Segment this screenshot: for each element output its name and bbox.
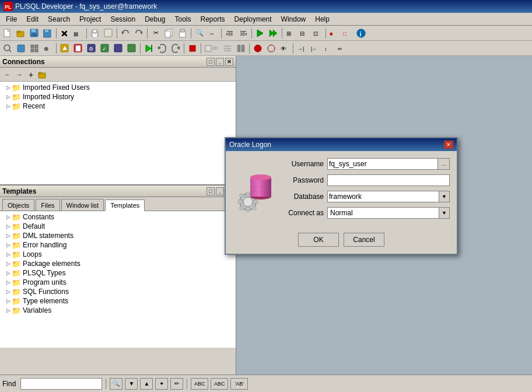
tb-undo[interactable] [119,27,132,40]
tree-toggle-3[interactable]: ▷ [5,103,12,109]
tb2-extra1[interactable]: →| [295,42,308,55]
tree-toggle-c7[interactable]: ▷ [5,270,12,276]
find-clear-btn[interactable]: ✏ [170,378,183,390]
tab-windowlist[interactable]: Window list [61,199,104,211]
tb-paste[interactable] [176,27,189,40]
tree-item-recent[interactable]: ▷ 📁 Recent [0,102,236,111]
tree-package[interactable]: ▷ 📁 Package elements [0,259,236,268]
username-input[interactable] [327,158,438,170]
tree-error[interactable]: ▷ 📁 Error handling [0,240,236,250]
tb2-btn3[interactable]: ⊕ [41,42,54,55]
find-search-btn[interactable]: 🔍 [110,378,123,390]
templates-restore[interactable]: □ [206,187,215,195]
tree-toggle-c10[interactable]: ▷ [5,298,12,304]
tree-toggle-c8[interactable]: ▷ [5,279,12,285]
conn-forward[interactable]: → [14,69,24,80]
menu-file[interactable]: File [1,14,22,24]
tree-loops[interactable]: ▷ 📁 Loops [0,250,236,259]
tree-variables[interactable]: ▷ 📁 Variables [0,306,236,315]
menu-tools[interactable]: Tools [170,14,196,24]
tb-info[interactable]: i [355,27,368,40]
database-input[interactable] [327,191,439,202]
tb2-btn7[interactable]: ✓ [99,42,111,55]
connections-minimize[interactable]: _ [216,58,224,66]
tab-templates[interactable]: Templates [105,200,145,211]
menu-deployment[interactable]: Deployment [230,14,276,24]
tb-new[interactable] [1,27,14,40]
tree-toggle-2[interactable]: ▷ [5,94,12,100]
find-abc2-btn[interactable]: ABC [211,378,228,390]
tb-compile[interactable] [254,27,267,40]
tb-close-all[interactable]: ⊠ [72,27,85,40]
tb2-btn5[interactable] [72,42,85,55]
tb2-search-obj[interactable] [1,42,14,55]
tb2-btn4[interactable] [58,42,71,55]
tb-compile-all[interactable] [267,27,280,40]
conn-new[interactable]: + [26,69,36,80]
tree-dml[interactable]: ▷ 📁 DML statements [0,231,236,240]
password-input[interactable] [327,174,450,186]
tb2-view1[interactable] [203,42,220,55]
tb-close[interactable]: 🗙 [58,27,71,40]
tree-default[interactable]: ▷ 📁 Default [0,222,236,231]
menu-reports[interactable]: Reports [196,14,230,24]
tree-toggle-c1[interactable]: ▷ [5,214,12,220]
tb-db-extra1[interactable]: ■ [328,27,341,40]
tb2-view2[interactable] [221,42,234,55]
tb-db-extra2[interactable]: □ [341,27,354,40]
tb-extra1[interactable]: ⊞ [284,27,297,40]
tb-replace[interactable]: ↔ [206,27,219,40]
tree-plsql-types[interactable]: ▷ 📁 PLSQL Types [0,268,236,278]
conn-folder[interactable] [37,69,48,80]
username-browse-btn[interactable]: … [438,158,450,170]
tb-extra2[interactable]: ⊟ [298,27,310,40]
dialog-ok-button[interactable]: OK [298,233,339,247]
connect-as-arrow[interactable]: ▼ [439,207,450,219]
tab-files[interactable]: Files [36,199,60,211]
connections-restore[interactable]: □ [206,58,215,66]
tb2-extra4[interactable]: ✏ [335,42,348,55]
find-quote-btn[interactable]: 'AB' [230,378,248,390]
dialog-close-button[interactable]: ✕ [444,141,453,149]
tree-toggle-c4[interactable]: ▷ [5,242,12,248]
tree-constants[interactable]: ▷ 📁 Constants [0,212,236,222]
find-input[interactable] [20,378,102,390]
tree-toggle-c3[interactable]: ▷ [5,233,12,239]
dialog-cancel-button[interactable]: Cancel [344,233,384,247]
connections-close[interactable]: ✕ [225,58,233,66]
tree-toggle-c11[interactable]: ▷ [5,307,12,313]
tree-program-units[interactable]: ▷ 📁 Program units [0,278,236,287]
tree-toggle-c5[interactable]: ▷ [5,251,12,257]
find-abc-btn[interactable]: ABC [191,378,208,390]
tb2-watch[interactable]: 👁 [278,42,291,55]
tb-redo[interactable] [132,27,145,40]
tb2-bkpt2[interactable] [265,42,278,55]
tb2-btn2[interactable] [28,42,41,55]
menu-edit[interactable]: Edit [22,14,43,24]
tb-print[interactable] [89,27,102,40]
tb-save[interactable] [28,27,41,40]
tb2-view3[interactable] [235,42,247,55]
tb-indent[interactable] [223,27,236,40]
database-dropdown-arrow[interactable]: ▼ [439,191,450,202]
tb-copy[interactable] [163,27,176,40]
tb2-stop[interactable] [186,42,199,55]
tab-objects[interactable]: Objects [2,199,34,211]
tb-open[interactable] [15,27,27,40]
tree-sql-functions[interactable]: ▷ 📁 SQL Functions [0,287,236,296]
tb2-run-out[interactable] [169,42,182,55]
menu-session[interactable]: Session [106,14,140,24]
menu-window[interactable]: Window [276,14,311,24]
menu-project[interactable]: Project [75,14,106,24]
menu-help[interactable]: Help [310,14,334,24]
find-up-btn[interactable]: ▲ [140,378,153,390]
conn-back[interactable]: ← [2,69,13,80]
tree-type-elements[interactable]: ▷ 📁 Type elements [0,296,236,306]
tree-item-imported-fixed[interactable]: ▷ 📁 Imported Fixed Users [0,83,236,92]
menu-search[interactable]: Search [43,14,75,24]
tb-cut[interactable]: ✂ [149,27,162,40]
find-highlight-btn[interactable]: ✦ [155,378,168,390]
menu-debug[interactable]: Debug [140,14,170,24]
find-down-btn[interactable]: ▼ [125,378,138,390]
tb-outdent[interactable] [237,27,250,40]
